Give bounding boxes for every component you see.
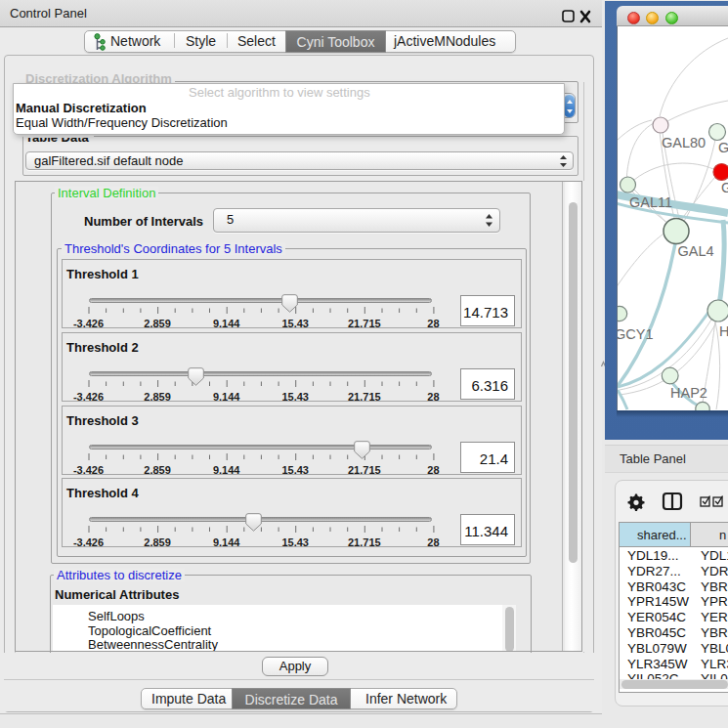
- svg-text:GAL11: GAL11: [629, 194, 672, 210]
- svg-text:GA: GA: [718, 140, 728, 155]
- svg-text:GCY1: GCY1: [618, 326, 654, 342]
- svg-text:H: H: [719, 323, 728, 339]
- svg-text:G: G: [721, 180, 728, 195]
- svg-text:GAL4: GAL4: [678, 243, 714, 259]
- svg-text:GAL80: GAL80: [662, 135, 706, 150]
- svg-text:HAP2: HAP2: [670, 385, 707, 401]
